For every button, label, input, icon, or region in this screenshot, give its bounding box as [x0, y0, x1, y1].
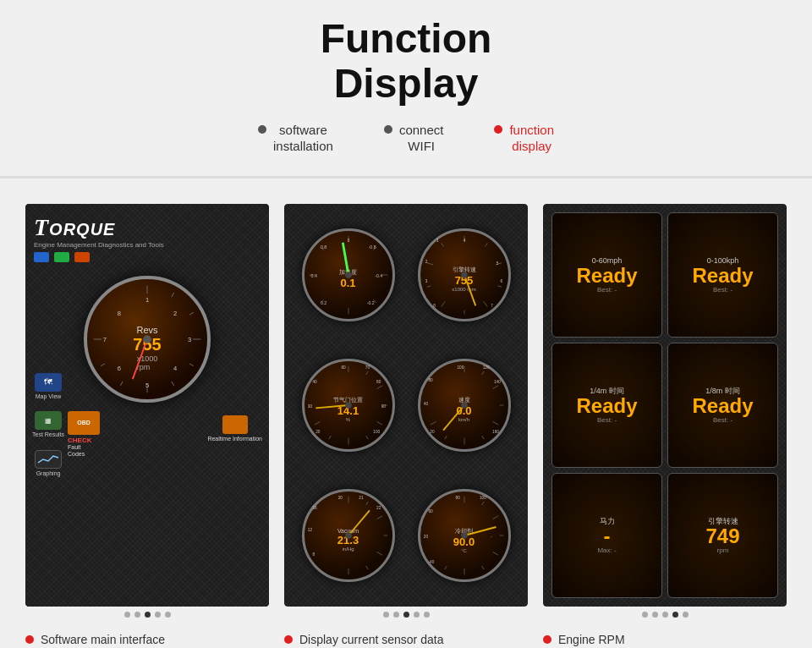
- svg-point-36: [345, 272, 352, 278]
- dot2: [652, 612, 658, 618]
- svg-line-61: [376, 421, 382, 425]
- svg-line-116: [444, 566, 446, 569]
- svg-line-44: [426, 286, 430, 287]
- card-engine-rpm-unit: rpm: [717, 546, 729, 554]
- svg-text:0.4: 0.4: [310, 273, 316, 278]
- panel-torque: TORQUE Engine Management Diagnostics and…: [25, 204, 269, 618]
- truck-icon: [74, 252, 90, 262]
- svg-line-113: [492, 552, 498, 556]
- svg-text:-0.4: -0.4: [375, 273, 382, 278]
- card-eighth-mile-value: Ready: [692, 396, 753, 416]
- step-software[interactable]: software installation: [258, 122, 333, 155]
- svg-text:90: 90: [381, 404, 386, 409]
- rpm-app-screen: 0-60mph Ready Best: - 0-100kph Ready Bes…: [543, 204, 787, 607]
- svg-text:-: -: [491, 535, 492, 539]
- step-label-function: function display: [509, 122, 554, 155]
- svg-text:3: 3: [188, 336, 191, 343]
- svg-text:-0.2: -0.2: [366, 300, 374, 305]
- svg-text:120: 120: [482, 365, 489, 370]
- map-view-item[interactable]: 🗺 Map View: [32, 373, 64, 400]
- gauge-rpm: 4 5 6 7 1 2 3 8 引擎转速: [418, 228, 511, 321]
- card-eighth-mile: 1/8m 时间 Ready Best: -: [667, 343, 778, 468]
- dot3-active: [403, 612, 409, 618]
- svg-text:0: 0: [347, 239, 349, 243]
- svg-text:5: 5: [145, 382, 149, 389]
- van-icon: [54, 252, 69, 262]
- svg-text:1: 1: [145, 296, 149, 304]
- gauge-speed: 20 40 80 100 120 140 160 速度: [418, 359, 511, 452]
- gauge-coolant: -40 20 60 80 100 - 冷却剂 90.0 °: [418, 489, 511, 582]
- card-0-60mph: 0-60mph Ready Best: -: [551, 212, 662, 338]
- svg-text:1: 1: [436, 239, 438, 243]
- gauge-arc-5: 8 12 16 20 21 22: [304, 491, 392, 579]
- svg-text:6: 6: [118, 365, 121, 372]
- svg-line-98: [376, 552, 382, 556]
- svg-line-83: [444, 436, 446, 439]
- dot1: [124, 612, 130, 618]
- svg-line-81: [481, 436, 483, 439]
- svg-point-124: [461, 532, 468, 539]
- svg-text:4: 4: [463, 239, 465, 243]
- gauge-arc-3: 20 30 40 60 70 80 90 100: [304, 361, 392, 449]
- step-label-software: software installation: [273, 122, 333, 155]
- svg-line-99: [365, 566, 367, 569]
- svg-line-18: [133, 339, 147, 379]
- captions-row: Software main interface Display current …: [25, 633, 787, 646]
- svg-text:20: 20: [337, 497, 343, 501]
- gauge-acceleration: 0.8 -0.8 0 0.4 -0.4 0.2 -0.2: [302, 228, 395, 321]
- caption-torque: Software main interface: [25, 633, 269, 646]
- gauge-rpm-wrapper: 4 5 6 7 1 2 3 8 引擎转速: [409, 212, 519, 338]
- graphing-item[interactable]: Graphing: [32, 450, 64, 477]
- dot5: [165, 612, 171, 618]
- svg-line-96: [376, 516, 382, 519]
- svg-text:8: 8: [433, 304, 436, 308]
- test-results-label: Test Results: [32, 431, 64, 438]
- rpm-screenshot: 0-60mph Ready Best: - 0-100kph Ready Bes…: [543, 204, 787, 607]
- caption-rpm: Engine RPM: [543, 633, 787, 646]
- step-wifi[interactable]: connect WIFI: [384, 122, 444, 155]
- svg-text:0.8: 0.8: [320, 244, 326, 250]
- svg-line-80: [492, 421, 498, 425]
- dot4: [414, 612, 420, 618]
- svg-line-4: [189, 364, 194, 366]
- svg-text:12: 12: [307, 528, 312, 532]
- svg-line-111: [492, 516, 498, 519]
- svg-text:20: 20: [423, 535, 428, 539]
- test-results-item[interactable]: ▦ Test Results: [32, 411, 64, 438]
- svg-line-92: [443, 405, 464, 431]
- svg-line-2: [189, 312, 194, 315]
- step-label-wifi: connect WIFI: [399, 122, 444, 155]
- torque-header: TORQUE Engine Management Diagnostics and…: [25, 204, 269, 268]
- svg-point-93: [461, 402, 468, 409]
- svg-text:160: 160: [492, 430, 499, 434]
- svg-line-35: [343, 243, 348, 275]
- gauge-throttle: 20 30 40 60 70 80 90 100: [302, 359, 395, 452]
- svg-text:6: 6: [500, 279, 502, 283]
- caption-dot-sensors: [284, 635, 293, 644]
- caption-text-sensors: Display current sensor data: [299, 633, 443, 646]
- gauge-speed-wrapper: 20 40 80 100 120 140 160 速度: [409, 343, 519, 468]
- car-icon: [34, 252, 49, 262]
- card-quarter-mile-sub: Best: -: [597, 416, 617, 424]
- dot3: [662, 612, 668, 618]
- card-0-60mph-sub: Best: -: [597, 286, 617, 294]
- svg-point-75: [345, 402, 352, 409]
- obd-icon: OBD: [68, 411, 100, 435]
- page-title: Function Display: [0, 17, 812, 107]
- torque-app-title: TORQUE: [34, 214, 261, 241]
- svg-text:7: 7: [103, 336, 107, 343]
- graphing-label: Graphing: [36, 470, 61, 477]
- svg-line-41: [483, 301, 486, 306]
- svg-line-45: [426, 262, 432, 264]
- step-function-display[interactable]: function display: [494, 122, 554, 155]
- gauge-arc-6: -40 20 60 80 100 -: [420, 491, 508, 579]
- svg-text:100: 100: [373, 430, 380, 434]
- panel-sensors: 0.8 -0.8 0 0.4 -0.4 0.2 -0.2: [284, 204, 528, 618]
- steps-navigation: software installation connect WIFI funct…: [0, 122, 812, 163]
- card-engine-rpm: 引擎转速 749 rpm: [667, 473, 778, 598]
- svg-line-78: [492, 386, 498, 389]
- gauge-vacuum: 8 12 16 20 21 22 Vacuum 21.3: [302, 489, 395, 582]
- svg-text:140: 140: [493, 380, 500, 384]
- svg-text:7: 7: [491, 304, 493, 308]
- svg-text:22: 22: [376, 506, 381, 510]
